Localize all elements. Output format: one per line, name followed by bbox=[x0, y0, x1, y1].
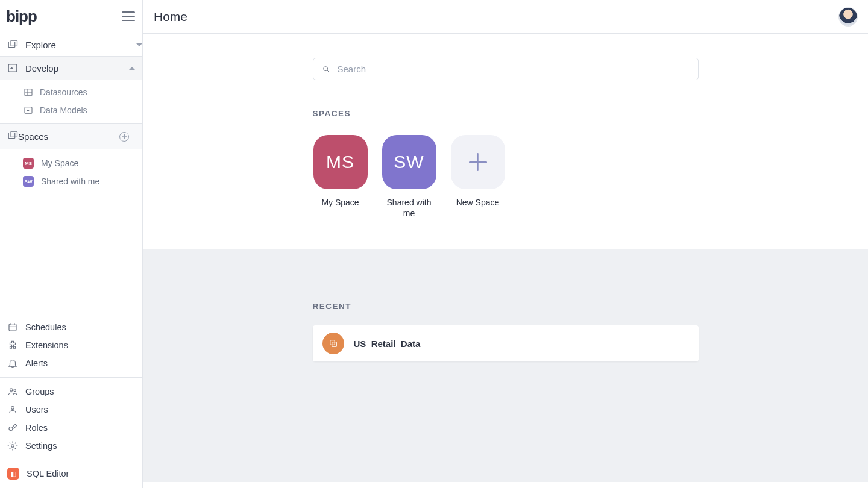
nav-admin-list: Groups Users Roles Settings bbox=[0, 378, 142, 460]
dataset-icon bbox=[322, 333, 344, 354]
explore-dropdown-toggle[interactable] bbox=[121, 33, 142, 56]
content: SPACES MS My Space SW Shared with me New… bbox=[143, 34, 868, 488]
svg-point-10 bbox=[11, 407, 14, 410]
nav-sql-editor[interactable]: ◧ SQL Editor bbox=[0, 460, 142, 488]
logo-row: bipp bbox=[0, 0, 142, 33]
nav-data-models-label: Data Models bbox=[40, 105, 87, 115]
recent-item[interactable]: US_Retail_Data bbox=[313, 325, 699, 361]
svg-point-11 bbox=[9, 427, 13, 431]
users-icon bbox=[7, 404, 18, 415]
settings-icon bbox=[7, 440, 18, 451]
nav-develop[interactable]: Develop bbox=[0, 57, 142, 80]
space-card-label: Shared with me bbox=[382, 198, 437, 219]
sidebar-space-label: Shared with me bbox=[41, 177, 99, 186]
sql-editor-icon: ◧ bbox=[7, 468, 19, 480]
groups-icon bbox=[7, 386, 18, 397]
nav-schedules[interactable]: Schedules bbox=[0, 318, 142, 336]
main: Home SPACES MS My Space SW Shared with m… bbox=[143, 0, 868, 488]
svg-point-8 bbox=[10, 389, 13, 392]
svg-rect-5 bbox=[8, 133, 15, 139]
nav-roles[interactable]: Roles bbox=[0, 419, 142, 437]
nav-spaces[interactable]: Spaces bbox=[0, 124, 142, 149]
space-card-my-space[interactable]: MS My Space bbox=[313, 135, 368, 219]
data-models-icon bbox=[23, 105, 34, 116]
recent-section: RECENT US_Retail_Data bbox=[143, 249, 868, 482]
nav-datasources-label: Datasources bbox=[40, 87, 87, 97]
topbar: Home bbox=[143, 0, 868, 34]
space-badge: MS bbox=[23, 158, 34, 169]
nav-datasources[interactable]: Datasources bbox=[17, 83, 142, 101]
new-space-tile bbox=[451, 135, 505, 189]
sidebar-space-label: My Space bbox=[41, 158, 78, 168]
nav-groups-label: Groups bbox=[25, 387, 54, 396]
recent-section-title: RECENT bbox=[313, 302, 699, 311]
add-space-icon[interactable] bbox=[119, 132, 129, 142]
chevron-up-icon bbox=[129, 67, 135, 70]
nav-groups[interactable]: Groups bbox=[0, 383, 142, 401]
user-avatar[interactable] bbox=[839, 8, 857, 26]
nav-mid-list: Schedules Extensions Alerts bbox=[0, 313, 142, 378]
sidebar-space-list: MS My Space SW Shared with me bbox=[0, 149, 142, 202]
brand-logo[interactable]: bipp bbox=[6, 7, 37, 26]
chevron-down-icon bbox=[136, 43, 142, 46]
nav-develop-label: Develop bbox=[25, 63, 58, 74]
nav-schedules-label: Schedules bbox=[25, 322, 66, 332]
svg-rect-1 bbox=[11, 40, 17, 46]
svg-rect-6 bbox=[11, 131, 17, 137]
nav-develop-section: Develop Datasources Data Models bbox=[0, 57, 142, 124]
space-card-shared[interactable]: SW Shared with me bbox=[382, 135, 437, 219]
datasource-icon bbox=[23, 87, 34, 98]
search-input[interactable] bbox=[338, 64, 690, 74]
nav-data-models[interactable]: Data Models bbox=[17, 101, 142, 119]
extensions-icon bbox=[7, 340, 18, 351]
svg-rect-14 bbox=[330, 340, 335, 345]
nav-explore-section: Explore bbox=[0, 33, 142, 57]
spaces-section-title: SPACES bbox=[313, 109, 699, 118]
nav-extensions-label: Extensions bbox=[25, 340, 68, 350]
nav-users-label: Users bbox=[25, 405, 48, 414]
page-title: Home bbox=[154, 10, 187, 24]
nav-alerts[interactable]: Alerts bbox=[0, 354, 142, 372]
space-tile: SW bbox=[382, 135, 436, 189]
spaces-grid: MS My Space SW Shared with me New Space bbox=[313, 135, 699, 219]
space-tile: MS bbox=[313, 135, 368, 189]
svg-rect-15 bbox=[332, 342, 336, 347]
space-badge: SW bbox=[23, 176, 34, 187]
search-icon bbox=[322, 65, 330, 74]
develop-sublist: Datasources Data Models bbox=[0, 80, 142, 123]
nav-settings[interactable]: Settings bbox=[0, 437, 142, 455]
nav-settings-label: Settings bbox=[25, 441, 57, 451]
svg-point-9 bbox=[14, 389, 16, 392]
schedules-icon bbox=[7, 322, 18, 333]
develop-icon bbox=[7, 63, 18, 74]
svg-point-13 bbox=[323, 66, 327, 70]
nav-sql-editor-label: SQL Editor bbox=[27, 469, 69, 478]
roles-icon bbox=[7, 422, 18, 433]
space-card-label: New Space bbox=[456, 198, 500, 208]
space-card-label: My Space bbox=[321, 198, 359, 208]
menu-toggle-icon[interactable] bbox=[122, 11, 135, 21]
sidebar-space-my-space[interactable]: MS My Space bbox=[17, 154, 142, 172]
plus-icon bbox=[469, 153, 487, 171]
sidebar: bipp Explore Develop bbox=[0, 0, 143, 488]
nav-spaces-label: Spaces bbox=[18, 131, 48, 142]
recent-item-name: US_Retail_Data bbox=[354, 339, 421, 349]
nav-explore[interactable]: Explore bbox=[0, 33, 142, 56]
nav-users[interactable]: Users bbox=[0, 401, 142, 419]
sidebar-space-shared[interactable]: SW Shared with me bbox=[17, 172, 142, 190]
svg-rect-0 bbox=[8, 42, 15, 48]
nav-explore-label: Explore bbox=[25, 40, 56, 50]
spaces-icon bbox=[7, 130, 18, 143]
space-card-new[interactable]: New Space bbox=[450, 135, 506, 219]
search-box[interactable] bbox=[313, 58, 699, 80]
svg-point-12 bbox=[11, 445, 14, 448]
nav-alerts-label: Alerts bbox=[25, 358, 48, 368]
explore-icon bbox=[7, 39, 18, 50]
alerts-icon bbox=[7, 358, 18, 369]
svg-rect-7 bbox=[9, 324, 16, 331]
nav-roles-label: Roles bbox=[25, 423, 48, 433]
nav-extensions[interactable]: Extensions bbox=[0, 336, 142, 354]
